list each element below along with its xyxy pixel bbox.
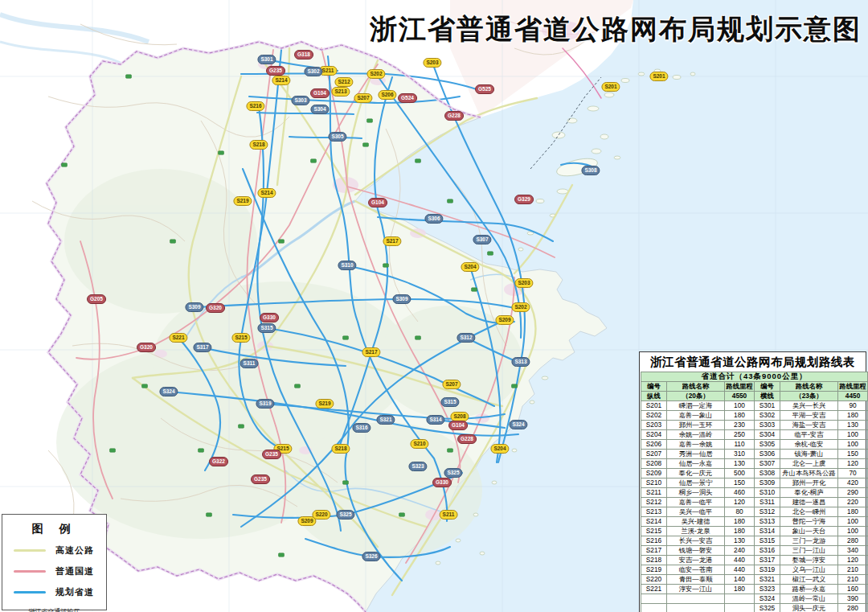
table-cell: 仙居—永嘉 [667,459,725,469]
table-cell: S324 [755,594,780,604]
road-badge-G104: G104 [310,88,330,98]
table-cell: 秀洲—仙居 [667,450,725,459]
expressway-marker-icon [343,336,349,340]
table-cell: 横线 [755,392,780,401]
expressway-marker-icon [142,384,148,388]
road-badge-G235: G235 [266,66,285,76]
table-cell: 三门—江山 [780,546,838,556]
road-badge-S212: S212 [334,77,353,87]
road-badge-G235: G235 [251,474,270,484]
table-cell: S219 [641,565,667,575]
table-cell: 镇海-萧山 [780,450,838,459]
table-cell: 390 [838,594,868,604]
table-cell: 路线名称 [667,382,725,392]
table-row: S204余姚—温岭250S304临平-安吉100 [641,430,868,440]
map-page: S211S212S213S214S214S216S202S202S203S203… [0,0,868,612]
table-cell: 100 [838,440,868,450]
table-cell: S303 [755,421,780,430]
table-cell: 海盐—安吉 [780,421,838,430]
table-row: S219临安—苍南440S319义乌—江山210 [641,565,868,575]
table-row: S217钱塘—磐安240S316三门—江山340 [641,546,868,556]
table-cell: 180 [725,527,755,536]
road-badge-S315: S315 [440,397,459,407]
road-badge-S304: S304 [310,105,329,114]
table-cell: 象山—天台 [780,527,838,536]
expressway-marker-icon [448,199,453,203]
table-cell: 北仑—上虞 [780,459,838,469]
table-cell: S312 [755,507,780,517]
table-cell: 150 [838,450,868,459]
road-badge-S213: S213 [331,87,350,97]
table-cell: S203 [641,421,667,430]
table-cell: S301 [755,401,780,411]
table-cell: 淳安—江山 [667,585,725,594]
table-cell: S211 [641,488,667,498]
table-cell: S210 [641,479,667,488]
table-row: S325洞头—庆元280 [641,604,868,612]
route-table-title: 浙江省普通省道公路网布局规划路线表 [641,353,865,372]
table-cell: S217 [641,546,667,556]
table-cell: S317 [755,556,780,565]
table-cell: 嘉善—余姚 [667,440,725,450]
table-cell: S308 [755,469,780,479]
table-cell: 120 [838,556,868,565]
road-badge-G524: G524 [398,93,417,103]
expressway-marker-icon [295,384,301,388]
road-badge-G330: G330 [260,313,279,322]
road-badge-G235: G235 [262,450,281,459]
road-badge-S204: S204 [490,444,509,454]
page-title: 浙江省普通省道公路网布局规划示意图 [370,11,862,48]
table-cell: 义乌—江山 [780,565,838,575]
table-cell: S323 [755,585,780,594]
table-cell: S325 [755,604,780,612]
table-cell: 220 [838,498,868,507]
table-row: S206嘉善—余姚110S305余杭-临安100 [641,440,868,450]
table-cell: 鄞州—玉环 [667,421,725,430]
table-cell: 440 [725,565,755,575]
expressway-marker-icon [367,119,373,123]
road-badge-G205: G205 [87,294,106,304]
table-cell: S202 [641,411,667,421]
table-cell: 130 [725,459,755,469]
road-badge-G320: G320 [137,343,156,352]
table-cell: 100 [838,430,868,440]
road-badge-S314: S314 [426,415,444,425]
table-cell: S215 [641,527,667,536]
table-cell: 洞头—庆元 [780,604,838,612]
table-cell: 吴兴—临平 [667,507,725,517]
table-cell: 钱塘—磐安 [667,546,725,556]
table-cell: 160 [838,585,868,594]
road-badge-S203: S203 [514,278,533,288]
table-cell: 吴兴—长兴 [780,401,838,411]
table-cell: 编号 [755,382,780,392]
table-row: S212嘉善—临平120S311建德—遂昌220 [641,498,868,507]
road-badge-S305: S305 [328,132,346,142]
table-row: S210仙居—景宁150S309鄞州—开化420 [641,479,868,488]
road-badge-S216: S216 [246,101,264,111]
table-row: S218安吉—龙港440S317婺城—淳安120 [641,556,868,565]
table-header-row: 编号路线名称路线里程编号路线名称路线里程 [641,382,868,392]
road-badge-S211: S211 [440,510,458,520]
table-cell: 180 [725,411,755,421]
road-badge-S202: S202 [366,69,385,79]
table-row: S209奉化—庆元500S308舟山本岛环岛公路70 [641,469,868,479]
table-cell: 椒江—武义 [780,575,838,585]
table-cell: 100 [725,401,755,411]
road-badge-G228: G228 [444,111,464,121]
table-cell: S214 [641,517,667,527]
table-cell: （20条） [667,392,725,401]
table-row: S208仙居—永嘉130S307北仑—上虞120 [641,459,868,469]
table-subtitle-row: 省道合计（43条9000公里） [641,372,868,382]
table-cell: 460 [725,488,755,498]
table-cell: 440 [725,556,755,565]
table-cell: 240 [725,546,755,556]
table-cell: 奉化-桐庐 [780,488,838,498]
table-cell: 230 [725,421,755,430]
table-cell: 100 [838,527,868,536]
table-cell: S216 [641,536,667,546]
table-cell: 210 [838,575,868,585]
expressway-marker-icon [448,449,453,453]
table-cell: 130 [838,421,868,430]
table-cell: 140 [725,575,755,585]
table-cell: S305 [755,440,780,450]
